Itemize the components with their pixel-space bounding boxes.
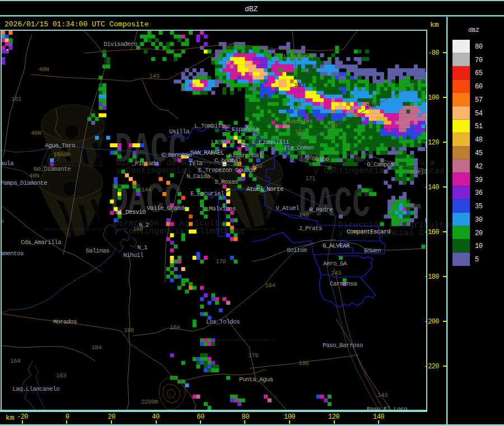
svg-text:51: 51 — [475, 123, 483, 130]
svg-text:40N: 40N — [29, 172, 39, 179]
svg-text:42: 42 — [475, 163, 483, 171]
svg-text:km: km — [430, 21, 439, 29]
svg-text:171: 171 — [305, 175, 316, 182]
svg-text:N_Caida: N_Caida — [186, 173, 211, 180]
svg-text:65: 65 — [475, 69, 483, 77]
svg-text:C_bombal: C_bombal — [214, 157, 241, 164]
svg-text:Nihuil: Nihuil — [123, 252, 143, 259]
svg-text:Bowen: Bowen — [364, 247, 381, 254]
svg-text:60: 60 — [197, 413, 204, 421]
svg-text:V_Atuel: V_Atuel — [276, 205, 299, 212]
svg-text:amentos: amentos — [0, 250, 24, 257]
svg-text:CompantEscard: CompantEscard — [347, 228, 390, 235]
svg-text:143: 143 — [377, 392, 388, 399]
svg-text:143: 143 — [298, 212, 309, 218]
svg-text:164: 164 — [10, 358, 21, 364]
svg-text:40: 40 — [152, 413, 160, 421]
svg-text:40N: 40N — [39, 66, 49, 73]
svg-text:54: 54 — [475, 110, 483, 118]
svg-text:Valle_Grande: Valle_Grande — [147, 205, 187, 212]
svg-text:La_Nora: La_Nora — [211, 139, 235, 146]
svg-text:www.contingencias.mendoza.gov.: www.contingencias.mendoza.gov.ar — [216, 227, 275, 231]
svg-text:L_Tombito: L_Tombito — [194, 123, 225, 129]
svg-text:180: 180 — [124, 327, 134, 334]
svg-text:1500m: 1500m — [53, 151, 71, 158]
svg-text:Atuel_Norte: Atuel_Norte — [246, 186, 283, 193]
svg-text:2026/01/15 01:34:00 UTC Compos: 2026/01/15 01:34:00 UTC Composite — [4, 20, 148, 29]
svg-text:80: 80 — [475, 43, 483, 51]
svg-text:45: 45 — [475, 149, 483, 157]
svg-text:dBZ: dBZ — [245, 5, 258, 13]
svg-text:Isla: Isla — [189, 160, 203, 167]
svg-text:Divisadero: Divisadero — [104, 41, 137, 48]
svg-text:Aero_GA: Aero_GA — [323, 260, 347, 267]
svg-text:-120: -120 — [424, 139, 439, 147]
svg-text:179: 179 — [248, 352, 258, 359]
svg-text:Usilla: Usilla — [169, 128, 190, 135]
svg-text:10: 10 — [475, 242, 483, 250]
svg-text:180: 180 — [133, 226, 143, 232]
svg-text:179: 179 — [216, 258, 226, 265]
svg-text:Paso_Barroso: Paso_Barroso — [323, 342, 363, 349]
svg-text:2200m: 2200m — [141, 399, 158, 405]
svg-text:101: 101 — [11, 96, 22, 102]
svg-text:Punta_Agua: Punta_Agua — [239, 376, 273, 383]
svg-text:Soitue: Soitue — [287, 247, 307, 254]
svg-text:Morados: Morados — [53, 319, 77, 325]
svg-text:100: 100 — [284, 413, 295, 421]
svg-text:J_Prats: J_Prats — [298, 225, 322, 232]
svg-text:184: 184 — [91, 344, 102, 351]
svg-text:Carmensa: Carmensa — [330, 280, 357, 287]
svg-text:39: 39 — [475, 176, 483, 184]
svg-text:120: 120 — [328, 413, 339, 421]
svg-text:80: 80 — [241, 413, 249, 421]
svg-text:184: 184 — [265, 282, 276, 289]
svg-text:143: 143 — [149, 73, 159, 79]
svg-text:48: 48 — [475, 136, 483, 144]
svg-text:SAN_RAFAEL: SAN_RAFAEL — [190, 149, 224, 156]
svg-text:-220: -220 — [424, 363, 439, 371]
svg-text:C_Española: C_Española — [225, 126, 259, 133]
svg-text:146: 146 — [327, 123, 337, 129]
svg-text:El_Desvio: El_Desvio — [115, 209, 146, 216]
svg-text:35: 35 — [475, 203, 483, 210]
svg-text:57: 57 — [475, 96, 483, 104]
svg-text:aula: aula — [0, 160, 14, 167]
svg-text:144: 144 — [141, 186, 152, 193]
svg-text:S_Rosas: S_Rosas — [214, 179, 238, 185]
svg-text:153: 153 — [294, 82, 304, 88]
svg-text:70: 70 — [475, 57, 483, 64]
svg-text:Agua_Toro: Agua_Toro — [45, 142, 75, 149]
svg-text:36: 36 — [475, 189, 483, 197]
svg-text:C_Benogas: C_Benogas — [161, 152, 192, 158]
svg-text:dBZ: dBZ — [468, 27, 479, 34]
svg-text:_Pintada: _Pintada — [131, 160, 159, 167]
svg-text:146: 146 — [366, 102, 376, 109]
svg-text:30: 30 — [475, 216, 483, 224]
svg-text:60: 60 — [475, 83, 483, 91]
svg-text:20: 20 — [108, 413, 115, 421]
svg-text:km: km — [6, 414, 15, 422]
svg-text:-180: -180 — [424, 273, 439, 281]
svg-text:E_Escurial: E_Escurial — [190, 190, 224, 197]
svg-text:140: 140 — [373, 413, 384, 421]
svg-text:184: 184 — [170, 324, 180, 331]
svg-text:Go_Diamante: Go_Diamante — [34, 166, 71, 172]
svg-text:-80: -80 — [428, 49, 439, 57]
svg-text:160: 160 — [252, 163, 262, 170]
svg-text:183: 183 — [56, 372, 66, 379]
svg-text:263: 263 — [306, 155, 316, 161]
svg-text:www.contingencias.mendoza.gov.: www.contingencias.mendoza.gov.ar — [216, 338, 275, 342]
svg-text:G_ALVEAR: G_ALVEAR — [323, 242, 350, 249]
svg-text:40N: 40N — [31, 130, 41, 137]
svg-text:Pampa_Diamante: Pampa_Diamante — [0, 180, 47, 186]
svg-text:-100: -100 — [424, 94, 439, 102]
svg-text:Salinas: Salinas — [86, 247, 109, 254]
svg-text:R_Padre: R_Padre — [309, 207, 333, 213]
svg-text:Tte_Coman: Tte_Coman — [283, 144, 314, 151]
svg-text:-200: -200 — [424, 318, 439, 326]
svg-text:-160: -160 — [424, 228, 439, 236]
svg-text:N_1: N_1 — [137, 244, 148, 251]
svg-text:Cda_Amarilla: Cda_Amarilla — [21, 239, 62, 246]
svg-text:*: * — [6, 48, 9, 55]
